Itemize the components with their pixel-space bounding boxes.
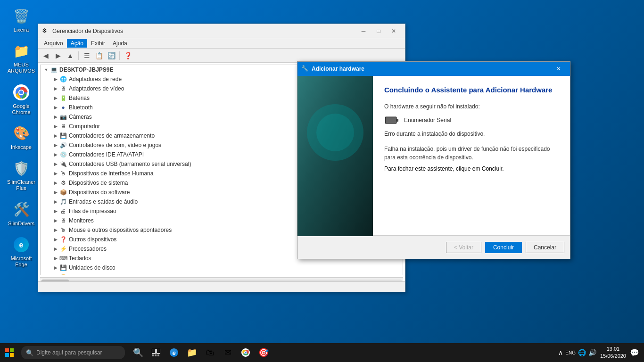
taskbar-explorer-btn[interactable]: 📁	[183, 344, 200, 361]
finish-button[interactable]: Concluir	[485, 242, 522, 253]
tree-item-unidades-disco[interactable]: ▶ 💾 Unidades de disco	[41, 263, 403, 272]
bluetooth-icon: ●	[59, 104, 67, 111]
device-manager-title: Gerenciador de Dispositivos	[52, 28, 356, 34]
processor-icon: ⚡	[59, 245, 67, 253]
computer-icon: 💻	[50, 66, 58, 74]
desktop-icon-lixeira[interactable]: 🗑️ Lixeira	[5, 5, 38, 35]
dialog-body: Concluindo o Assistente para Adicionar H…	[297, 76, 570, 235]
ide-icon: 💿	[59, 151, 67, 158]
cancel-button[interactable]: Cancelar	[526, 242, 564, 253]
computer-tree-icon: 🖥	[59, 123, 67, 130]
tree-item-unidades-dvd[interactable]: ▶ 📀 Unidades de DVD/CD-ROM	[41, 272, 403, 275]
back-button[interactable]: ◀	[40, 50, 51, 61]
video-icon: 🖥	[59, 85, 67, 92]
expand-icon: ▶	[52, 141, 59, 149]
menu-exibir[interactable]: Exibir	[87, 39, 109, 48]
network-icon[interactable]: 🌐	[578, 349, 586, 356]
error-section: O hardware a seguir não foi instalado: E…	[384, 102, 559, 138]
svg-rect-10	[386, 117, 396, 123]
close-button[interactable]: ✕	[386, 25, 401, 38]
other-icon: ❓	[59, 236, 67, 243]
desktop-icon-microsoft-edge[interactable]: e Microsoft Edge	[5, 233, 38, 270]
svg-point-26	[245, 352, 247, 354]
expand-icon: ▶	[52, 236, 59, 243]
svg-rect-11	[396, 119, 398, 122]
toolbar-separator-2	[119, 51, 120, 60]
desktop-icon-inkscape[interactable]: 🎨 Inkscape	[5, 122, 38, 152]
forward-button[interactable]: ▶	[52, 50, 64, 61]
expand-icon: ▶	[52, 132, 59, 140]
menubar: Arquivo Ação Exibir Ajuda	[38, 38, 405, 49]
taskbar-clock[interactable]: 13:01 15/06/2020	[600, 346, 626, 360]
expand-icon: ▶	[52, 151, 59, 158]
volume-icon[interactable]: 🔊	[588, 349, 596, 356]
up-button[interactable]: ▲	[65, 50, 76, 61]
close-hint: Para fechar este assistente, clique em C…	[384, 165, 559, 172]
failure-message: Falha na instalação, pois um driver de f…	[384, 145, 559, 162]
search-icon: 🔍	[26, 349, 33, 356]
tray-arrow-icon[interactable]: ∧	[558, 349, 563, 356]
help-button[interactable]: ❓	[122, 50, 133, 61]
dialog-controls: ✕	[551, 62, 566, 75]
battery-icon: 🔋	[59, 94, 67, 102]
start-button[interactable]	[0, 343, 19, 362]
device-manager-icon: ⚙	[42, 27, 50, 35]
menu-ajuda[interactable]: Ajuda	[109, 39, 131, 48]
slimcleaner-label: SlimCleaner Plus	[7, 179, 36, 191]
list-view-button[interactable]: ☰	[81, 50, 92, 61]
taskbar-apps: 🔍	[130, 344, 272, 361]
back-button[interactable]: < Voltar	[446, 242, 481, 253]
lixeira-label: Lixeira	[14, 27, 29, 33]
expand-icon: ▶	[52, 123, 59, 130]
lixeira-icon: 🗑️	[12, 7, 31, 25]
properties-button[interactable]: 📋	[93, 50, 105, 61]
taskbar-chrome-btn[interactable]	[237, 344, 254, 361]
dialog-close-button[interactable]: ✕	[551, 62, 566, 75]
clock-time: 13:01	[600, 346, 626, 353]
device-manager-titlebar[interactable]: ⚙ Gerenciador de Dispositivos ─ □ ✕	[38, 24, 405, 38]
device-error-item: Enumerador Serial	[384, 115, 559, 126]
taskbar: 🔍 Digite aqui para pesquisar 🔍	[0, 343, 644, 362]
slimdrivers-icon: 🛠️	[12, 200, 31, 219]
menu-acao[interactable]: Ação	[67, 39, 87, 48]
sound-icon: 🔊	[59, 141, 67, 149]
chrome-label: Google Chrome	[7, 103, 36, 115]
disk-icon: 💾	[59, 264, 67, 272]
svg-text:e: e	[172, 349, 175, 356]
meus-arquivos-icon: 📁	[12, 41, 31, 60]
device-icon	[384, 115, 399, 126]
taskbar-mail-btn[interactable]: ✉	[219, 344, 236, 361]
taskbar-app8-btn[interactable]: 🎯	[255, 344, 272, 361]
taskbar-search[interactable]: 🔍 Digite aqui para pesquisar	[21, 346, 125, 359]
update-button[interactable]: 🔄	[106, 50, 117, 61]
edge-label: Microsoft Edge	[7, 255, 36, 268]
monitor-icon: 🖥	[59, 217, 67, 224]
maximize-button[interactable]: □	[371, 25, 386, 38]
hardware-not-installed-label: O hardware a seguir não foi instalado:	[384, 102, 559, 111]
edge-icon: e	[12, 235, 31, 254]
menu-arquivo[interactable]: Arquivo	[40, 39, 67, 48]
expand-icon: ▶	[52, 160, 59, 168]
hid-icon: 🖱	[59, 170, 67, 177]
minimize-button[interactable]: ─	[356, 25, 371, 38]
storage-icon: 💾	[59, 132, 67, 140]
dialog-heading: Concluindo o Assistente para Adicionar H…	[384, 85, 559, 95]
expand-icon: ▶	[52, 198, 59, 206]
tree-root-label: DESKTOP-JBJPS9E	[59, 66, 114, 73]
software-icon: 📦	[59, 189, 67, 196]
dvd-icon: 📀	[59, 273, 67, 275]
desktop-icon-slimcleaner[interactable]: 🛡️ SlimCleaner Plus	[5, 157, 38, 193]
taskbar-store-btn[interactable]: 🛍	[201, 344, 218, 361]
desktop-icon-meus-arquivos[interactable]: 📁 MEUS ARQUIVOS	[5, 40, 38, 76]
taskbar-taskview-btn[interactable]	[148, 344, 165, 361]
desktop-icon-slimdrivers[interactable]: 🛠️ SlimDrivers	[5, 198, 38, 229]
taskbar-search-btn[interactable]: 🔍	[130, 344, 147, 361]
chrome-icon	[12, 83, 31, 102]
dialog-titlebar[interactable]: 🔧 Adicionar hardware ✕	[297, 62, 570, 76]
expand-icon: ▶	[52, 217, 59, 224]
notification-icon[interactable]: 💬	[630, 348, 639, 357]
clock-date: 15/06/2020	[600, 353, 626, 360]
dialog-footer: < Voltar Concluir Cancelar	[297, 235, 570, 259]
desktop-icon-google-chrome[interactable]: Google Chrome	[5, 81, 38, 117]
taskbar-edge-btn[interactable]: e	[165, 344, 182, 361]
